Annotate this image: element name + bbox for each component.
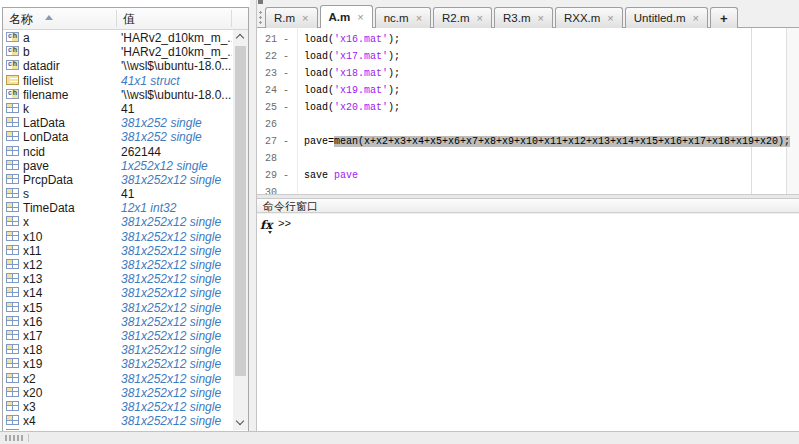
column-header-value[interactable]: 值 [123, 11, 135, 28]
workspace-row[interactable]: x15381x252x12 single [3, 300, 232, 314]
code-line[interactable]: 23-load('x18.mat'); [257, 65, 799, 82]
variable-value: 381x252x12 single [121, 173, 221, 187]
resize-grip-icon[interactable] [5, 435, 23, 441]
close-icon[interactable]: × [693, 13, 699, 23]
status-bar-divider [28, 434, 29, 442]
workspace-row[interactable]: TimeData12x1 int32 [3, 200, 232, 214]
sort-asc-icon [45, 15, 53, 20]
variable-value: 381x252x12 single [121, 400, 221, 414]
code-line[interactable]: 27-pave=mean(x+x2+x3+x4+x5+x6+x7+x8+x9+x… [257, 133, 799, 150]
workspace-row[interactable]: x20381x252x12 single [3, 385, 232, 399]
fx-function-hints-button[interactable]: fx [260, 218, 272, 232]
workspace-row[interactable]: a'HARv2_d10km_m_... [3, 30, 232, 44]
variable-value: 381x252 single [121, 130, 202, 144]
tab-a-m[interactable]: A.m× [320, 5, 373, 28]
workspace-row[interactable]: ncid262144 [3, 144, 232, 158]
close-icon[interactable]: × [477, 13, 483, 23]
line-number: 30 [257, 184, 277, 194]
tab-r3-m[interactable]: R3.m× [494, 7, 553, 28]
workspace-row[interactable]: filelist41x1 struct [3, 73, 232, 87]
matrix-icon [6, 146, 19, 156]
variable-name: x17 [23, 329, 42, 343]
variable-name: x18 [23, 343, 42, 357]
code-text: load('x16.mat'); [304, 31, 400, 48]
workspace-row[interactable]: LonData381x252 single [3, 129, 232, 143]
string-literal: 'x20.mat' [334, 102, 388, 113]
new-tab-button[interactable]: + [710, 7, 738, 28]
matrix-icon [6, 358, 19, 368]
close-icon[interactable]: × [357, 12, 363, 22]
string-literal: 'x18.mat' [334, 68, 388, 79]
code-segment: load( [304, 34, 334, 45]
workspace-row[interactable]: x11381x252x12 single [3, 243, 232, 257]
variable-name: ncid [23, 145, 45, 159]
variable-name: x3 [23, 400, 36, 414]
close-icon[interactable]: × [607, 13, 613, 23]
code-line[interactable]: 21-load('x16.mat'); [257, 31, 799, 48]
workspace-row[interactable]: x4381x252x12 single [3, 413, 232, 427]
column-divider[interactable] [231, 10, 232, 27]
tab-rxx-m[interactable]: RXX.m× [555, 7, 623, 28]
command-window[interactable]: fx >> [257, 214, 799, 431]
code-line[interactable]: 29-save pave [257, 167, 799, 184]
workspace-row[interactable]: x14381x252x12 single [3, 285, 232, 299]
workspace-row[interactable]: x5381x252x12 single [3, 427, 232, 430]
workspace-row[interactable]: x19381x252x12 single [3, 356, 232, 370]
close-icon[interactable]: × [537, 13, 543, 23]
workspace-row[interactable]: x13381x252x12 single [3, 271, 232, 285]
char-icon [6, 60, 19, 70]
scrollbar-thumb[interactable] [235, 46, 246, 376]
execution-marker: - [279, 167, 293, 184]
matrix-icon [6, 202, 19, 212]
scroll-up-button[interactable] [233, 30, 248, 45]
workspace-row[interactable]: x10381x252x12 single [3, 229, 232, 243]
workspace-row[interactable]: filename'\\wsl$\ubuntu-18.0... [3, 87, 232, 101]
workspace-row[interactable]: x2381x252x12 single [3, 371, 232, 385]
workspace-row[interactable]: x12381x252x12 single [3, 257, 232, 271]
close-icon[interactable]: × [416, 13, 422, 23]
chevron-down-icon [236, 417, 244, 425]
execution-marker: - [279, 99, 293, 116]
line-number: 28 [257, 150, 277, 167]
tab-untitled-m[interactable]: Untitled.m× [625, 7, 708, 28]
tab-r-m[interactable]: R.m× [265, 7, 318, 28]
code-text: save pave [304, 167, 358, 184]
code-editor[interactable]: 21-load('x16.mat');22-load('x17.mat');23… [257, 28, 799, 194]
workspace-row[interactable]: LatData381x252 single [3, 115, 232, 129]
code-lines: 21-load('x16.mat');22-load('x17.mat');23… [257, 31, 799, 194]
workspace-row[interactable]: k41 [3, 101, 232, 115]
code-line[interactable]: 28 [257, 150, 799, 167]
workspace-row[interactable]: b'HARv2_d10km_m_... [3, 44, 232, 58]
workspace-row[interactable]: x17381x252x12 single [3, 328, 232, 342]
workspace-scrollbar[interactable] [233, 30, 248, 430]
close-icon[interactable]: × [302, 13, 308, 23]
workspace-row[interactable]: s41 [3, 186, 232, 200]
variable-value: 381x252x12 single [121, 357, 221, 371]
scroll-down-button[interactable] [233, 415, 248, 430]
code-line[interactable]: 25-load('x20.mat'); [257, 99, 799, 116]
workspace-row[interactable]: pave1x252x12 single [3, 158, 232, 172]
code-line[interactable]: 30 [257, 184, 799, 194]
workspace-row[interactable]: datadir'\\wsl$\ubuntu-18.0... [3, 58, 232, 72]
variable-value: 381x252x12 single [121, 230, 221, 244]
code-line[interactable]: 22-load('x17.mat'); [257, 48, 799, 65]
line-number: 24 [257, 82, 277, 99]
workspace-row[interactable]: x381x252x12 single [3, 214, 232, 228]
code-line[interactable]: 26 [257, 116, 799, 133]
variable-value: 'HARv2_d10km_m_... [121, 31, 232, 45]
variable-value: 381x252x12 single [121, 329, 221, 343]
tab-nc-m[interactable]: nc.m× [375, 7, 431, 28]
drag-grip-icon[interactable] [259, 10, 262, 26]
workspace-row[interactable]: x18381x252x12 single [3, 342, 232, 356]
code-segment: ); [388, 34, 400, 45]
workspace-row[interactable]: x3381x252x12 single [3, 399, 232, 413]
tab-r2-m[interactable]: R2.m× [433, 7, 492, 28]
code-line[interactable]: 24-load('x19.mat'); [257, 82, 799, 99]
workspace-row[interactable]: x16381x252x12 single [3, 314, 232, 328]
variable-value: 381x252x12 single [121, 215, 221, 229]
matrix-icon [6, 401, 19, 411]
command-window-titlebar[interactable]: 命令行窗口 [257, 199, 799, 213]
workspace-row[interactable]: PrcpData381x252x12 single [3, 172, 232, 186]
column-divider[interactable] [116, 10, 117, 27]
column-header-name[interactable]: 名称 [9, 11, 33, 28]
